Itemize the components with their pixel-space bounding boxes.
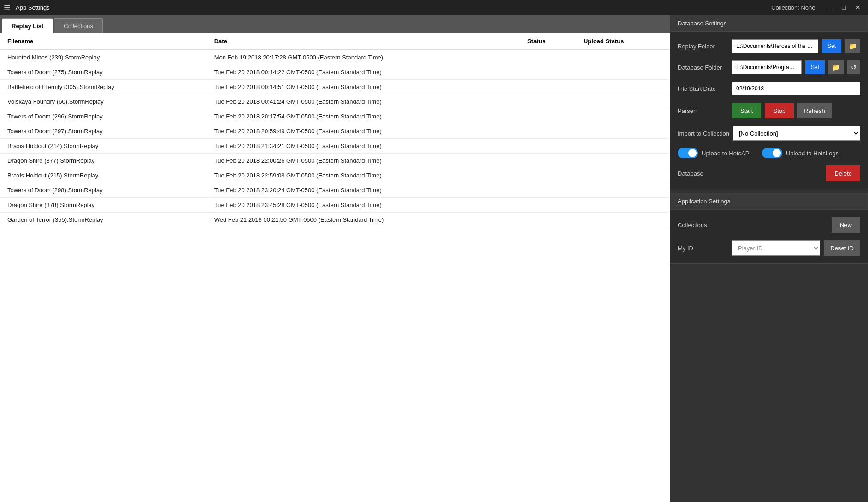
import-collection-select[interactable]: [No Collection] [733, 126, 860, 141]
replay-folder-row: Replay Folder Set 📁 [678, 39, 860, 53]
application-settings-header: Application Settings [670, 193, 868, 210]
replay-table: Filename Date Status Upload Status Haunt… [0, 33, 670, 227]
cell-filename: Volskaya Foundry (60).StormReplay [0, 94, 207, 109]
cell-status [520, 198, 576, 213]
table-row[interactable]: Braxis Holdout (215).StormReplay Tue Feb… [0, 168, 670, 183]
upload-hotslogs-label: Upload to HotsLogs [786, 150, 838, 157]
parser-start-button[interactable]: Start [732, 103, 761, 118]
title-bar-right: Collection: None — □ ✕ [771, 3, 864, 12]
collections-new-button[interactable]: New [832, 217, 860, 233]
table-row[interactable]: Towers of Doom (297).StormReplay Tue Feb… [0, 124, 670, 139]
table-row[interactable]: Haunted Mines (239).StormReplay Mon Feb … [0, 50, 670, 65]
upload-toggles-row: Upload to HotsAPI Upload to HotsLogs [678, 148, 860, 158]
close-button[interactable]: ✕ [851, 3, 864, 12]
database-folder-set-button[interactable]: Set [805, 60, 825, 74]
import-collection-label: Import to Collection [678, 130, 729, 137]
collection-info: Collection: None [771, 4, 815, 11]
cell-upload-status [576, 139, 670, 154]
database-folder-reset-button[interactable]: ↺ [847, 60, 860, 74]
cell-filename: Towers of Doom (275).StormReplay [0, 65, 207, 80]
tab-collections[interactable]: Collections [54, 18, 103, 33]
maximize-button[interactable]: □ [838, 3, 850, 12]
menu-icon[interactable]: ☰ [4, 3, 10, 12]
cell-upload-status [576, 154, 670, 168]
database-folder-input[interactable] [732, 60, 802, 74]
application-settings-body: Collections New My ID Player ID Reset ID [670, 210, 868, 263]
cell-status [520, 109, 576, 124]
table-row[interactable]: Braxis Holdout (214).StormReplay Tue Feb… [0, 139, 670, 154]
cell-date: Tue Feb 20 2018 22:59:08 GMT-0500 (Easte… [207, 168, 520, 183]
cell-date: Mon Feb 19 2018 20:17:28 GMT-0500 (Easte… [207, 50, 520, 65]
file-start-date-row: File Start Date [678, 82, 860, 95]
table-row[interactable]: Dragon Shire (377).StormReplay Tue Feb 2… [0, 154, 670, 168]
my-id-row: My ID Player ID Reset ID [678, 240, 860, 256]
parser-buttons: Start Stop Refresh [732, 103, 860, 118]
cell-date: Tue Feb 20 2018 23:20:24 GMT-0500 (Easte… [207, 183, 520, 198]
parser-refresh-button[interactable]: Refresh [797, 103, 832, 118]
cell-upload-status [576, 183, 670, 198]
app-title: App Settings [16, 4, 50, 11]
player-id-select[interactable]: Player ID [732, 240, 820, 256]
tab-replay-list[interactable]: Replay List [2, 18, 53, 33]
table-row[interactable]: Dragon Shire (378).StormReplay Tue Feb 2… [0, 198, 670, 213]
table-header-row: Filename Date Status Upload Status [0, 33, 670, 50]
cell-filename: Battlefield of Eternity (305).StormRepla… [0, 80, 207, 94]
database-delete-button[interactable]: Delete [826, 165, 860, 181]
minimize-button[interactable]: — [823, 3, 837, 12]
upload-hotsapi-label: Upload to HotsAPI [702, 150, 751, 157]
collections-row: Collections New [678, 217, 860, 233]
col-filename: Filename [0, 33, 207, 50]
replay-folder-label: Replay Folder [678, 43, 728, 50]
replay-folder-set-button[interactable]: Set [822, 39, 841, 53]
table-row[interactable]: Garden of Terror (355).StormReplay Wed F… [0, 213, 670, 227]
cell-upload-status [576, 50, 670, 65]
cell-filename: Dragon Shire (378).StormReplay [0, 198, 207, 213]
cell-status [520, 80, 576, 94]
table-row[interactable]: Towers of Doom (298).StormReplay Tue Feb… [0, 183, 670, 198]
col-upload-status: Upload Status [576, 33, 670, 50]
upload-hotsapi-toggle[interactable] [678, 148, 698, 158]
upload-hotsapi-toggle-container: Upload to HotsAPI [678, 148, 751, 158]
cell-status [520, 94, 576, 109]
reset-id-button[interactable]: Reset ID [824, 240, 860, 256]
cell-status [520, 213, 576, 227]
cell-upload-status [576, 65, 670, 80]
parser-stop-button[interactable]: Stop [765, 103, 794, 118]
cell-date: Tue Feb 20 2018 20:17:54 GMT-0500 (Easte… [207, 109, 520, 124]
database-settings-body: Replay Folder Set 📁 Database Folder Set … [670, 32, 868, 189]
replay-folder-input[interactable] [732, 39, 818, 53]
cell-upload-status [576, 80, 670, 94]
application-settings-section: Application Settings Collections New My … [670, 193, 868, 264]
table-row[interactable]: Towers of Doom (296).StormReplay Tue Feb… [0, 109, 670, 124]
cell-upload-status [576, 109, 670, 124]
cell-filename: Braxis Holdout (215).StormReplay [0, 168, 207, 183]
title-bar: ☰ App Settings Collection: None — □ ✕ [0, 0, 868, 15]
cell-date: Tue Feb 20 2018 00:14:51 GMT-0500 (Easte… [207, 80, 520, 94]
cell-status [520, 65, 576, 80]
file-start-date-input[interactable] [732, 82, 860, 95]
cell-date: Tue Feb 20 2018 23:45:28 GMT-0500 (Easte… [207, 198, 520, 213]
parser-row: Parser Start Stop Refresh [678, 103, 860, 118]
table-row[interactable]: Volskaya Foundry (60).StormReplay Tue Fe… [0, 94, 670, 109]
cell-filename: Braxis Holdout (214).StormReplay [0, 139, 207, 154]
tabs-bar: Replay List Collections [0, 15, 670, 33]
replay-folder-browse-button[interactable]: 📁 [845, 39, 860, 53]
database-folder-browse-button[interactable]: 📁 [828, 60, 844, 74]
table-row[interactable]: Towers of Doom (275).StormReplay Tue Feb… [0, 65, 670, 80]
cell-status [520, 50, 576, 65]
cell-status [520, 154, 576, 168]
cell-date: Tue Feb 20 2018 00:41:24 GMT-0500 (Easte… [207, 94, 520, 109]
database-delete-row: Database Delete [678, 165, 860, 181]
database-folder-label: Database Folder [678, 64, 728, 71]
cell-upload-status [576, 198, 670, 213]
upload-hotslogs-toggle[interactable] [762, 148, 782, 158]
cell-upload-status [576, 213, 670, 227]
my-id-label: My ID [678, 245, 728, 252]
cell-date: Tue Feb 20 2018 21:34:21 GMT-0500 (Easte… [207, 139, 520, 154]
left-panel: Replay List Collections Filename Date St… [0, 15, 670, 502]
cell-filename: Towers of Doom (296).StormReplay [0, 109, 207, 124]
cell-upload-status [576, 168, 670, 183]
cell-filename: Haunted Mines (239).StormReplay [0, 50, 207, 65]
table-row[interactable]: Battlefield of Eternity (305).StormRepla… [0, 80, 670, 94]
cell-date: Wed Feb 21 2018 00:21:50 GMT-0500 (Easte… [207, 213, 520, 227]
